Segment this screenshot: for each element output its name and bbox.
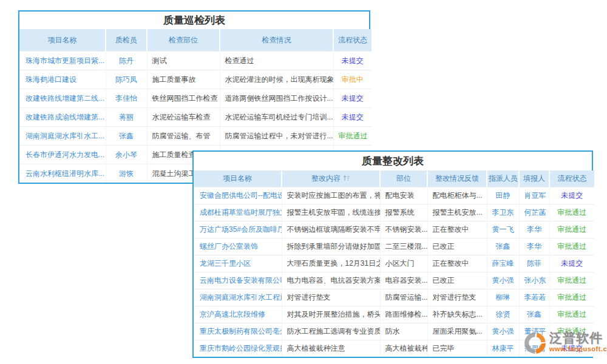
cell-link[interactable]: 黄一飞 [492,225,514,234]
cell-link[interactable]: 张鑫 [496,242,510,251]
cell-text: 道路两侧铁丝网围挡工作按设计... [225,94,333,103]
table-cell: 安徽合肥供电公司--配电设备... [194,187,282,204]
table-cell: 防腐管运输过程中，未对管进行... [220,127,333,146]
table-cell: 施工质量事故 [147,70,220,89]
cell-link[interactable]: 重庆太极制药有限公司亳州中... [200,327,282,335]
table-cell: 龙湖三千里小区 [194,255,282,272]
column-header-3: 部位 [380,170,427,187]
cell-link[interactable]: 湖南洞庭湖水库引水工... [25,132,104,140]
table-row: 改建铁路线增建第二线...李佳怡铁丝网围挡工作检查道路两侧铁丝网围挡工作按设计.… [19,89,371,108]
cell-link[interactable]: 云南水利枢纽潜明水库... [25,169,104,178]
table-cell: 重庆太极制药有限公司亳州中... [194,323,282,340]
cell-link[interactable]: 湖南洞庭湖水库引水工程施工标 [200,293,282,302]
cell-text: 路面维修检... [385,310,428,318]
table-cell: 检查通过 [220,52,333,70]
cell-link[interactable]: 张鑫 [527,310,541,318]
table-cell: 未提交 [333,89,371,108]
cell-text: 对管进行垫支 [433,293,476,302]
table-cell: 对其及时开展整治措施，桥头... [282,306,380,323]
cell-link[interactable]: 黄小强 [492,276,514,285]
cell-text: 不锈钢安装... [385,225,428,234]
cell-text: 防腐管运输、布管 [152,132,211,140]
table-cell: 安装时应按施工图的布置，将... [282,187,380,204]
status-text: 审批通过 [557,293,586,302]
cell-link[interactable]: 陈巧凤 [115,75,137,84]
cell-link[interactable]: 肖亚军 [524,191,546,200]
cell-link[interactable]: 龙湖三千里小区 [200,259,251,268]
cell-link[interactable]: 改建铁路成渝线增建第... [25,113,104,121]
inspection-list-title: 质量巡检列表 [19,12,369,29]
column-header-5: 流程状态 [333,29,371,52]
table-row: 珠海鹤港口建设陈巧凤施工质量事故水泥砼灌注的时候，出现离析现象审批中 [19,70,371,89]
cell-link[interactable]: 李卫东 [492,208,514,217]
cell-text: 水泥砼运输车司机经过专门培训... [225,113,333,121]
status-text: 未提交 [561,259,583,268]
table-cell: 珠海市城市更新项目紫... [19,52,106,70]
cell-link[interactable]: 成都杜甫草堂临时展厅独立展... [200,208,282,217]
table-cell: 徐贤 [487,306,519,323]
table-cell: 正在整改中 [427,255,487,272]
table-cell: 已完毕 [427,340,487,357]
cell-link[interactable]: 螺丝厂办公室装饰 [200,242,258,251]
table-cell: 未提交 [549,187,594,204]
cell-link[interactable]: 安徽合肥供电公司--配电设备... [200,191,282,200]
cell-link[interactable]: 云南电力设备安装有限公司20... [200,276,282,285]
cell-link[interactable]: 柳琳 [496,293,510,302]
cell-text: 拆除到承重墙部分请做好加固... [287,242,381,251]
cell-link[interactable]: 田静 [496,191,510,200]
table-row: 湖南洞庭湖水库引水工...张鑫防腐管运输、布管防腐管运输过程中，未对管进行...… [19,127,371,146]
sort-icon[interactable] [343,175,350,181]
cell-link[interactable]: 李佳怡 [115,94,137,103]
cell-link[interactable]: 陈丹 [119,56,134,65]
cell-text: 已改正 [433,242,455,251]
cell-link[interactable]: 改建铁路线增建第二线... [25,94,104,103]
table-cell: 珠海鹤港口建设 [19,70,106,89]
cell-link[interactable]: 何芷菡 [524,208,546,217]
cell-link[interactable]: 京沪高速北京段维修 [200,310,265,318]
cell-link[interactable]: 珠海鹤港口建设 [25,75,76,84]
cell-link[interactable]: 张小东 [524,276,546,285]
table-cell: 道路两侧铁丝网围挡工作按设计... [220,89,333,108]
cell-link[interactable]: 黄小强 [492,327,514,335]
cell-link[interactable]: 林康平 [492,344,514,352]
cell-link[interactable]: 蒋丽 [119,113,134,121]
cell-link[interactable]: 薛宝峰 [492,259,514,268]
column-header-1: 项目名称 [19,29,106,52]
table-cell: 大理石质量更换，12月31日之... [282,255,380,272]
status-text: 未提交 [342,94,364,103]
cell-link[interactable]: 张鑫 [119,132,134,140]
table-row: 螺丝厂办公室装饰拆除到承重墙部分请做好加固...二至三楼混...已改正张鑫李华审… [194,238,594,255]
cell-link[interactable]: 陈菲 [527,259,541,268]
cell-text: 水泥砼运输车检查 [152,113,211,121]
cell-link[interactable]: 李若若 [524,293,546,302]
cell-link[interactable]: 万达广场35#会所及咖啡厅空... [200,225,282,234]
table-row: 京沪高速北京段维修对其及时开展整治措施，桥头...路面维修检...补齐缺失标志.… [194,306,594,323]
status-text: 审批通过 [557,208,586,217]
column-header-2: 质检员 [106,29,147,52]
column-header-4: 整改情况反馈 [427,170,487,187]
table-cell: 田静 [487,187,519,204]
table-row: 改建铁路成渝线增建第...蒋丽水泥砼运输车检查水泥砼运输车司机经过专门培训...… [19,108,371,127]
cell-link[interactable]: 游恢 [119,169,134,178]
cell-link[interactable]: 长春市伊通河水力发电... [25,150,104,159]
table-cell: 审批通过 [549,272,594,289]
table-cell: 陈丹 [106,52,147,70]
cell-text: 报警系统 [385,208,415,217]
column-header-label: 流程状态 [338,36,367,44]
table-cell: 未提交 [333,108,371,127]
cell-link[interactable]: 余小琴 [115,150,137,159]
table-cell: 黄小强 [487,272,519,289]
table-cell: 李佳怡 [106,89,147,108]
cell-link[interactable]: 李华 [527,242,541,251]
status-text: 审批通过 [557,225,586,234]
table-cell: 高大植被栽种 [380,340,427,357]
status-text: 审批通过 [557,242,586,251]
table-cell: 湖南洞庭湖水库引水工程施工标 [194,289,282,306]
cell-link[interactable]: 珠海市城市更新项目紫... [25,56,104,65]
column-header-2[interactable]: 整改内容 [282,170,380,187]
cell-link[interactable]: 李华 [527,225,541,234]
table-cell: 黄小强 [487,323,519,340]
cell-link[interactable]: 徐贤 [496,310,510,318]
table-cell: 不锈钢安装... [380,221,427,238]
cell-link[interactable]: 重庆市鹅岭公园绿化景观提升... [200,344,282,352]
